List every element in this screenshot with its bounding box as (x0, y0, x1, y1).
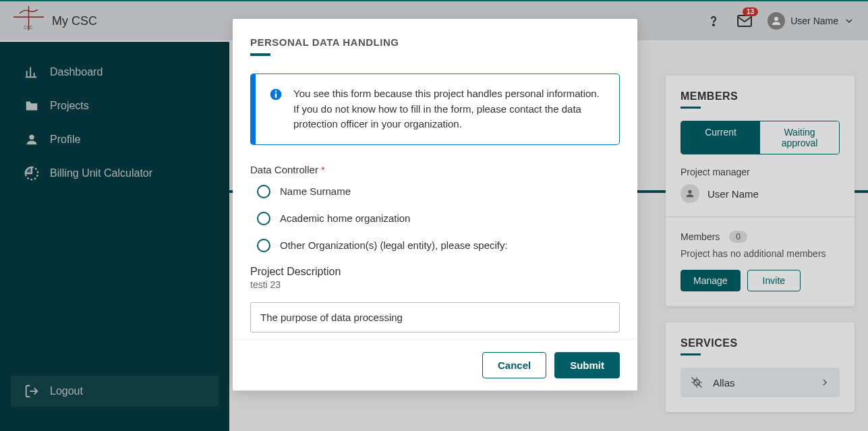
modal-title: PERSONAL DATA HANDLING (250, 36, 620, 48)
radio-icon (257, 239, 270, 252)
modal-header: PERSONAL DATA HANDLING (233, 19, 637, 67)
title-underline (250, 53, 270, 56)
svg-rect-22 (275, 93, 277, 98)
modal-body: You see this form because this project h… (233, 67, 637, 339)
radio-name-surname[interactable]: Name Surname (250, 185, 620, 198)
personal-data-modal: PERSONAL DATA HANDLING You see this form… (233, 19, 637, 391)
radio-label: Academic home organization (280, 212, 410, 224)
svg-point-21 (275, 91, 277, 93)
data-controller-label: Data Controller * (250, 164, 620, 175)
info-icon (269, 88, 283, 101)
project-desc-label: Project Description (250, 266, 620, 278)
radio-label: Other Organization(s) (legal entity), pl… (280, 239, 508, 251)
cancel-button[interactable]: Cancel (482, 352, 546, 378)
modal-footer: Cancel Submit (233, 339, 637, 391)
radio-label: Name Surname (280, 185, 351, 197)
radio-academic-org[interactable]: Academic home organization (250, 212, 620, 225)
project-desc-input[interactable] (250, 302, 620, 333)
info-text: You see this form because this project h… (293, 86, 606, 132)
radio-icon (257, 185, 270, 198)
info-box: You see this form because this project h… (250, 74, 620, 145)
submit-button[interactable]: Submit (554, 352, 620, 378)
radio-other-org[interactable]: Other Organization(s) (legal entity), pl… (250, 239, 620, 252)
radio-icon (257, 212, 270, 225)
project-desc-subtitle: testi 23 (250, 279, 620, 290)
